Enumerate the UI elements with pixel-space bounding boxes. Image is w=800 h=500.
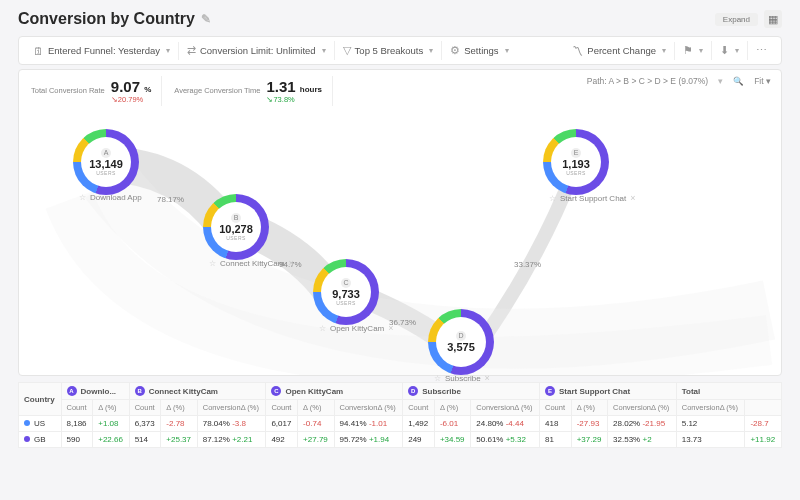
more-button[interactable]: ⋯ <box>748 41 775 60</box>
funnel-icon: ▽ <box>343 44 351 57</box>
chevron-down-icon: ▾ <box>166 46 170 55</box>
swap-icon: ⇄ <box>187 44 196 57</box>
chevron-down-icon: ▾ <box>662 46 666 55</box>
path-summary: Path: A > B > C > D > E (9.07%) <box>587 76 708 86</box>
close-icon[interactable]: × <box>288 258 293 268</box>
col-stage-a[interactable]: ADownlo... <box>61 383 129 400</box>
col-stage-e[interactable]: EStart Support Chat <box>539 383 676 400</box>
conversion-rate-delta: ↘20.79% <box>111 95 152 104</box>
search-icon[interactable]: 🔍 <box>733 76 744 86</box>
chevron-down-icon: ▾ <box>429 46 433 55</box>
edit-title-icon[interactable]: ✎ <box>201 12 211 26</box>
node-open-kittycam[interactable]: C9,733USERS ☆Open KittyCam× <box>319 265 394 333</box>
close-icon[interactable]: × <box>630 193 635 203</box>
star-icon[interactable]: ☆ <box>549 194 556 203</box>
download-icon: ⬇ <box>720 44 729 57</box>
node-connect-kittycam[interactable]: B10,278USERS ☆Connect KittyCam× <box>209 200 294 268</box>
expand-button[interactable]: Expand <box>715 13 758 26</box>
col-country[interactable]: Country <box>19 383 62 416</box>
chevron-down-icon: ▾ <box>735 46 739 55</box>
calendar-icon: 🗓 <box>33 45 44 57</box>
star-icon[interactable]: ☆ <box>319 324 326 333</box>
conversion-rate-metric: Total Conversion Rate 9.07 % ↘20.79% <box>29 76 162 106</box>
chevron-down-icon: ▾ <box>699 46 703 55</box>
table-row[interactable]: US 8,186+1.08 6,373-2.7878.04% -3.8 6,01… <box>19 416 782 432</box>
funnel-canvas: Total Conversion Rate 9.07 % ↘20.79% Ave… <box>18 69 782 376</box>
filter-toolbar: 🗓Entered Funnel: Yesterday▾ ⇄Conversion … <box>18 36 782 65</box>
chevron-down-icon[interactable]: ▾ <box>718 76 723 86</box>
flag-icon: ⚑ <box>683 44 693 57</box>
table-row[interactable]: GB 590+22.66 514+25.3787.12% +2.21 492+2… <box>19 432 782 448</box>
star-icon[interactable]: ☆ <box>209 259 216 268</box>
funnel-diagram[interactable]: 78.17% 94.7% 36.73% 33.37% A13,149USERS … <box>29 110 771 375</box>
flag-button[interactable]: ⚑▾ <box>675 41 712 60</box>
gear-icon: ⚙ <box>450 44 460 57</box>
chevron-down-icon: ▾ <box>322 46 326 55</box>
flow-de-label: 33.37% <box>514 260 541 269</box>
fit-button[interactable]: Fit ▾ <box>754 76 771 86</box>
conversion-limit-filter[interactable]: ⇄Conversion Limit: Unlimited▾ <box>179 41 335 60</box>
trend-icon: 〽 <box>572 45 583 57</box>
node-subscribe[interactable]: D3,575 ☆Subscribe× <box>434 315 490 383</box>
conversion-time-metric: Average Conversion Time 1.31 hours ↘73.8… <box>172 76 333 106</box>
breakout-table: Country ADownlo... BConnect KittyCam COp… <box>18 382 782 448</box>
star-icon[interactable]: ☆ <box>79 193 86 202</box>
funnel-entry-filter[interactable]: 🗓Entered Funnel: Yesterday▾ <box>25 42 179 60</box>
node-download-app[interactable]: A13,149USERS ☆Download App <box>79 135 142 202</box>
flow-ab-label: 78.17% <box>157 195 184 204</box>
title-text: Conversion by Country <box>18 10 195 28</box>
chevron-down-icon: ▾ <box>505 46 509 55</box>
conversion-rate-value: 9.07 % <box>111 78 152 95</box>
col-total[interactable]: Total <box>676 383 781 400</box>
download-button[interactable]: ⬇▾ <box>712 41 748 60</box>
settings-filter[interactable]: ⚙Settings▾ <box>442 41 516 60</box>
flow-paths <box>29 110 789 375</box>
breakouts-filter[interactable]: ▽Top 5 Breakouts▾ <box>335 41 443 60</box>
page-title: Conversion by Country ✎ <box>18 10 211 28</box>
col-stage-c[interactable]: COpen KittyCam <box>266 383 403 400</box>
ellipsis-icon: ⋯ <box>756 44 767 57</box>
page-header: Conversion by Country ✎ Expand ▦ <box>18 10 782 28</box>
conversion-time-delta: ↘73.8% <box>266 95 322 104</box>
layout-toggle-icon[interactable]: ▦ <box>764 10 782 28</box>
conversion-time-value: 1.31 hours <box>266 78 322 95</box>
node-start-support-chat[interactable]: E1,193USERS ☆Start Support Chat× <box>549 135 636 203</box>
star-icon[interactable]: ☆ <box>434 374 441 383</box>
col-stage-d[interactable]: DSubscribe <box>403 383 540 400</box>
close-icon[interactable]: × <box>485 373 490 383</box>
col-stage-b[interactable]: BConnect KittyCam <box>129 383 266 400</box>
percent-change-toggle[interactable]: 〽Percent Change▾ <box>564 42 675 60</box>
close-icon[interactable]: × <box>388 323 393 333</box>
